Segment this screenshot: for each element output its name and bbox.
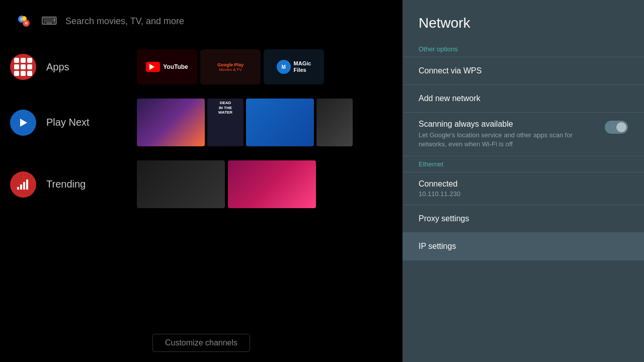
keyboard-icon: ⌨: [41, 15, 57, 28]
magic-icon: M: [277, 60, 291, 74]
content-thumb-4[interactable]: [316, 99, 353, 146]
network-title: Network: [403, 0, 644, 41]
svg-rect-8: [20, 185, 22, 190]
svg-rect-10: [26, 179, 28, 190]
add-network-item[interactable]: Add new network: [403, 85, 644, 112]
ip-settings-item[interactable]: IP settings: [403, 233, 644, 260]
play-next-row: Play Next DEADIN THEWATER: [0, 94, 403, 151]
trending-row: Trending: [0, 155, 403, 213]
play-next-thumbnails: DEADIN THEWATER: [137, 99, 392, 146]
google-assistant-icon: [15, 12, 33, 30]
trending-thumb-2[interactable]: [228, 160, 316, 208]
svg-rect-9: [23, 182, 25, 190]
scanning-row: Scanning always available Let Google's l…: [403, 113, 644, 156]
network-panel: Network Other options Connect via WPS Ad…: [403, 0, 644, 362]
trending-label: Trending: [46, 178, 127, 190]
youtube-label: YouTube: [163, 63, 188, 70]
scanning-content: Scanning always available Let Google's l…: [419, 120, 597, 149]
apps-row: Apps YouTube Google Play Movies & TV M M…: [0, 44, 403, 89]
gplay-label: Google Play: [217, 62, 244, 67]
proxy-settings-item[interactable]: Proxy settings: [403, 205, 644, 232]
trending-thumb-1[interactable]: [137, 160, 225, 208]
ethernet-label: Ethernet: [403, 156, 644, 172]
trending-thumbnails: [137, 160, 392, 208]
scanning-toggle[interactable]: [605, 121, 628, 134]
tv-home-panel: ⌨ Search movies, TV, and more Apps YouTu…: [0, 0, 403, 362]
customize-channels-button[interactable]: Customize channels: [152, 334, 250, 352]
magic-files-app[interactable]: M MAGicFiles: [264, 49, 324, 84]
svg-marker-6: [20, 119, 27, 127]
content-thumb-2[interactable]: DEADIN THEWATER: [207, 99, 244, 146]
search-bar[interactable]: ⌨ Search movies, TV, and more: [0, 4, 403, 38]
content-thumb-1[interactable]: [137, 99, 205, 146]
play-next-icon: [10, 110, 36, 136]
trending-icon: [10, 171, 36, 198]
apps-thumbnails: YouTube Google Play Movies & TV M MAGicF…: [137, 49, 392, 84]
apps-icon: [10, 54, 36, 80]
other-options-label: Other options: [403, 41, 644, 57]
apps-label: Apps: [46, 61, 127, 73]
magic-label: MAGicFiles: [294, 60, 311, 73]
youtube-play-icon: [146, 62, 160, 72]
search-input[interactable]: Search movies, TV, and more: [65, 16, 387, 27]
scanning-title: Scanning always available: [419, 120, 597, 129]
youtube-app[interactable]: YouTube: [137, 49, 197, 84]
svg-rect-7: [17, 187, 19, 190]
connected-ip: 10.110.11.230: [419, 190, 628, 198]
divider-8: [403, 260, 644, 260]
connected-status: Connected: [419, 179, 628, 189]
content-thumb-3[interactable]: [246, 99, 314, 146]
svg-point-3: [25, 22, 28, 25]
connected-section: Connected 10.110.11.230: [403, 172, 644, 205]
scanning-desc: Let Google's location service and other …: [419, 131, 597, 149]
connect-wps-item[interactable]: Connect via WPS: [403, 57, 644, 84]
svg-point-5: [23, 18, 25, 20]
play-next-label: Play Next: [46, 117, 127, 128]
gplay-sub-label: Movies & TV: [219, 67, 242, 72]
customize-bar: Customize channels: [0, 334, 403, 352]
google-play-app[interactable]: Google Play Movies & TV: [200, 49, 261, 84]
